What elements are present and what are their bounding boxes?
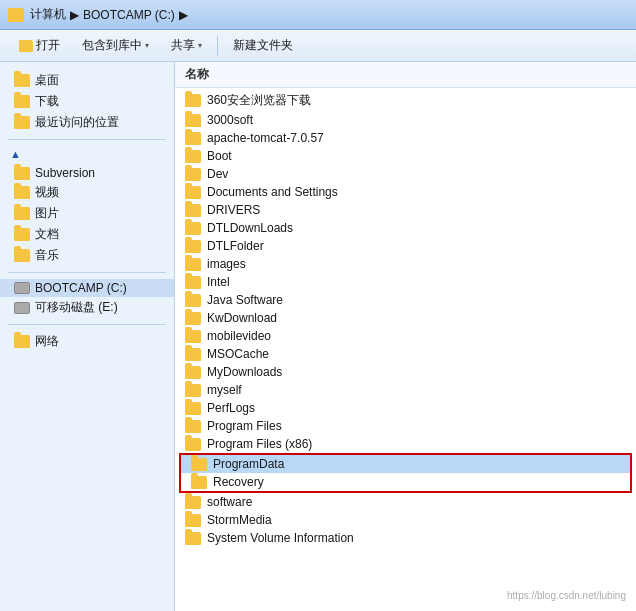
file-item[interactable]: DTLFolder bbox=[175, 237, 636, 255]
sidebar-section-network: 网络 bbox=[0, 331, 174, 352]
file-item[interactable]: StormMedia bbox=[175, 511, 636, 529]
include-library-button[interactable]: 包含到库中 ▾ bbox=[73, 33, 158, 58]
watermark: https://blog.csdn.net/lubing bbox=[507, 590, 626, 601]
breadcrumb-drive[interactable]: BOOTCAMP (C:) bbox=[83, 8, 175, 22]
toolbar: 打开 包含到库中 ▾ 共享 ▾ 新建文件夹 bbox=[0, 30, 636, 62]
toolbar-separator bbox=[217, 36, 218, 56]
folder-icon bbox=[14, 207, 30, 220]
sidebar-label-subversion: Subversion bbox=[35, 166, 95, 180]
folder-icon bbox=[185, 366, 201, 379]
sidebar-item-subversion[interactable]: Subversion bbox=[0, 164, 174, 182]
folder-icon bbox=[14, 95, 30, 108]
sidebar-item-network[interactable]: 网络 bbox=[0, 331, 174, 352]
sidebar-item-music[interactable]: 音乐 bbox=[0, 245, 174, 266]
new-folder-button[interactable]: 新建文件夹 bbox=[224, 33, 302, 58]
file-item-label: Java Software bbox=[207, 293, 283, 307]
file-item[interactable]: Program Files (x86) bbox=[175, 435, 636, 453]
file-item[interactable]: Dev bbox=[175, 165, 636, 183]
sidebar-label-bootcamp: BOOTCAMP (C:) bbox=[35, 281, 127, 295]
file-item[interactable]: Java Software bbox=[175, 291, 636, 309]
file-item-label: myself bbox=[207, 383, 242, 397]
file-item[interactable]: Program Files bbox=[175, 417, 636, 435]
folder-icon bbox=[185, 94, 201, 107]
folder-icon bbox=[185, 114, 201, 127]
folder-icon bbox=[14, 116, 30, 129]
file-item-label: DTLFolder bbox=[207, 239, 264, 253]
sidebar-section-favorites: 桌面 下载 最近访问的位置 bbox=[0, 70, 174, 133]
folder-icon bbox=[185, 496, 201, 509]
sidebar-item-documents[interactable]: 文档 bbox=[0, 224, 174, 245]
folder-icon bbox=[14, 186, 30, 199]
content-area: 名称 360安全浏览器下载3000softapache-tomcat-7.0.5… bbox=[175, 62, 636, 611]
sidebar: 桌面 下载 最近访问的位置 ▲ Subversion 视频 bbox=[0, 62, 175, 611]
folder-icon bbox=[185, 222, 201, 235]
content-column-header: 名称 bbox=[175, 62, 636, 88]
sidebar-label-music: 音乐 bbox=[35, 247, 59, 264]
folder-icon bbox=[185, 514, 201, 527]
file-item-label: DTLDownLoads bbox=[207, 221, 293, 235]
new-folder-label: 新建文件夹 bbox=[233, 37, 293, 54]
file-item[interactable]: images bbox=[175, 255, 636, 273]
file-item[interactable]: software bbox=[175, 493, 636, 511]
sidebar-header-libraries: ▲ bbox=[0, 146, 174, 162]
folder-icon bbox=[185, 186, 201, 199]
sidebar-label-recent: 最近访问的位置 bbox=[35, 114, 119, 131]
sidebar-item-removable[interactable]: 可移动磁盘 (E:) bbox=[0, 297, 174, 318]
file-item-label: Boot bbox=[207, 149, 232, 163]
file-item[interactable]: DTLDownLoads bbox=[175, 219, 636, 237]
file-item[interactable]: MSOCache bbox=[175, 345, 636, 363]
sidebar-item-bootcamp[interactable]: BOOTCAMP (C:) bbox=[0, 279, 174, 297]
file-item[interactable]: myself bbox=[175, 381, 636, 399]
folder-icon bbox=[191, 476, 207, 489]
sidebar-item-downloads[interactable]: 下载 bbox=[0, 91, 174, 112]
folder-icon bbox=[185, 168, 201, 181]
sidebar-item-desktop[interactable]: 桌面 bbox=[0, 70, 174, 91]
open-label: 打开 bbox=[36, 37, 60, 54]
include-label: 包含到库中 bbox=[82, 37, 142, 54]
file-item[interactable]: Boot bbox=[175, 147, 636, 165]
file-item[interactable]: 3000soft bbox=[175, 111, 636, 129]
sidebar-label-removable: 可移动磁盘 (E:) bbox=[35, 299, 118, 316]
file-item[interactable]: 360安全浏览器下载 bbox=[175, 90, 636, 111]
folder-icon bbox=[185, 532, 201, 545]
sidebar-item-recent[interactable]: 最近访问的位置 bbox=[0, 112, 174, 133]
sidebar-divider-3 bbox=[8, 324, 166, 325]
sidebar-label-downloads: 下载 bbox=[35, 93, 59, 110]
file-item[interactable]: DRIVERS bbox=[175, 201, 636, 219]
selection-highlight-box: ProgramDataRecovery bbox=[179, 453, 632, 493]
file-item[interactable]: mobilevideo bbox=[175, 327, 636, 345]
folder-icon bbox=[191, 458, 207, 471]
file-item-label: StormMedia bbox=[207, 513, 272, 527]
hdd-icon bbox=[14, 302, 30, 314]
file-item[interactable]: Recovery bbox=[181, 473, 630, 491]
file-item[interactable]: KwDownload bbox=[175, 309, 636, 327]
sidebar-label-documents: 文档 bbox=[35, 226, 59, 243]
sidebar-item-pictures[interactable]: 图片 bbox=[0, 203, 174, 224]
folder-icon bbox=[14, 228, 30, 241]
sidebar-item-videos[interactable]: 视频 bbox=[0, 182, 174, 203]
folder-icon bbox=[185, 132, 201, 145]
file-item-label: MyDownloads bbox=[207, 365, 282, 379]
file-item-label: ProgramData bbox=[213, 457, 284, 471]
file-item[interactable]: apache-tomcat-7.0.57 bbox=[175, 129, 636, 147]
file-item[interactable]: MyDownloads bbox=[175, 363, 636, 381]
file-item-label: PerfLogs bbox=[207, 401, 255, 415]
file-item-label: mobilevideo bbox=[207, 329, 271, 343]
file-item[interactable]: System Volume Information bbox=[175, 529, 636, 547]
breadcrumb-computer[interactable]: 计算机 bbox=[30, 6, 66, 23]
file-item-label: software bbox=[207, 495, 252, 509]
sidebar-label-network: 网络 bbox=[35, 333, 59, 350]
folder-icon bbox=[185, 402, 201, 415]
folder-icon bbox=[185, 312, 201, 325]
breadcrumb-sep1: ▶ bbox=[70, 8, 79, 22]
folder-icon bbox=[14, 249, 30, 262]
breadcrumb: 计算机 ▶ BOOTCAMP (C:) ▶ bbox=[30, 6, 188, 23]
file-item[interactable]: Documents and Settings bbox=[175, 183, 636, 201]
file-item[interactable]: PerfLogs bbox=[175, 399, 636, 417]
file-item[interactable]: Intel bbox=[175, 273, 636, 291]
file-item-label: Program Files bbox=[207, 419, 282, 433]
share-button[interactable]: 共享 ▾ bbox=[162, 33, 211, 58]
file-item[interactable]: ProgramData bbox=[181, 455, 630, 473]
open-button[interactable]: 打开 bbox=[10, 33, 69, 58]
sidebar-section-computer: BOOTCAMP (C:) 可移动磁盘 (E:) bbox=[0, 279, 174, 318]
